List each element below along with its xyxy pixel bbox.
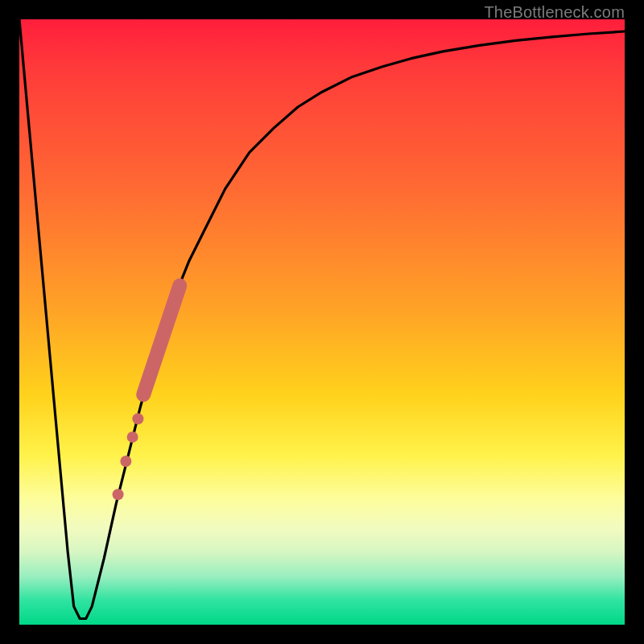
highlight-dot xyxy=(132,413,143,424)
highlight-dot xyxy=(113,489,124,500)
highlight-dot xyxy=(127,431,138,443)
highlight-dots-group xyxy=(113,413,144,500)
bottleneck-curve-path xyxy=(19,19,625,619)
plot-area xyxy=(19,19,625,625)
highlight-dot xyxy=(120,456,131,467)
curve-layer xyxy=(19,19,625,625)
highlight-band-segment xyxy=(143,286,180,394)
chart-frame: TheBottleneck.com xyxy=(0,0,644,644)
